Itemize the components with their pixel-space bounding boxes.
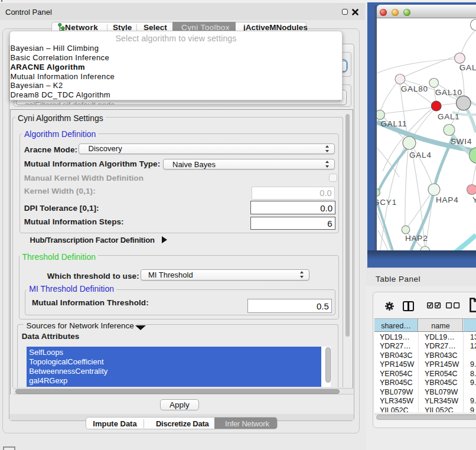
- svg-text:GAL1: GAL1: [438, 112, 460, 121]
- svg-text:YM: YM: [472, 195, 476, 204]
- svg-text:GAL80: GAL80: [401, 84, 428, 93]
- svg-text:HAP2: HAP2: [405, 234, 428, 243]
- svg-text:SWI4: SWI4: [451, 137, 472, 146]
- svg-text:GAL4: GAL4: [409, 151, 432, 159]
- svg-text:GCY1: GCY1: [377, 198, 397, 207]
- svg-text:HAP4: HAP4: [436, 195, 458, 204]
- svg-text:GAL10: GAL10: [435, 88, 462, 97]
- svg-text:GAL2: GAL2: [459, 63, 476, 72]
- svg-text:GAL11: GAL11: [380, 119, 407, 128]
